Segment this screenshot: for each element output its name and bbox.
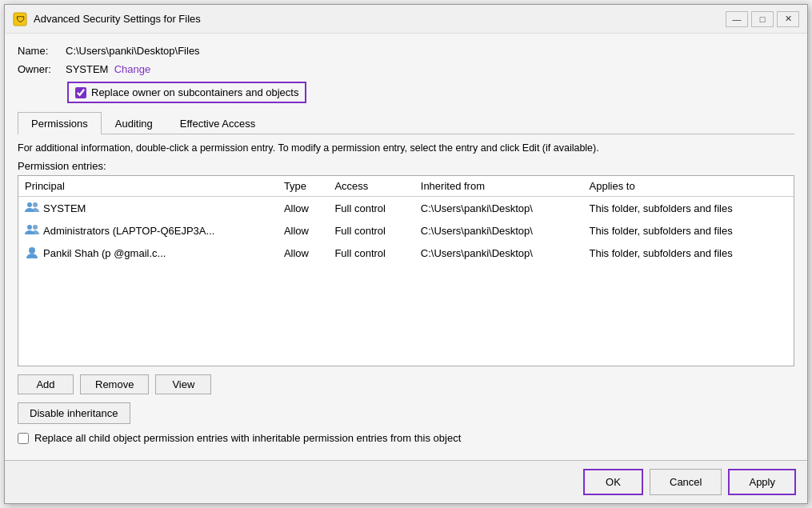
window-controls: — □ ✕ [726,11,799,27]
minimize-button[interactable]: — [726,11,748,27]
tab-effective-access[interactable]: Effective Access [166,112,269,134]
cell-applies-to: This folder, subfolders and files [583,197,794,220]
col-applies: Applies to [583,176,794,197]
svg-point-3 [27,202,32,207]
svg-point-6 [29,247,35,254]
system-icon [25,201,39,215]
replace-child-row: Replace all child object permission entr… [18,432,794,444]
admin-icon [25,223,39,238]
permission-table: Principal Type Access Inherited from App… [18,175,794,366]
action-buttons-row: Add Remove View [18,374,794,394]
col-principal: Principal [18,176,278,197]
apply-button[interactable]: Apply [728,469,796,495]
owner-name: SYSTEM [66,63,108,75]
svg-point-4 [33,225,38,230]
remove-button[interactable]: Remove [80,374,149,394]
cell-principal: SYSTEM [18,197,278,220]
col-type: Type [278,176,329,197]
cell-inherited-from: C:\Users\panki\Desktop\ [414,242,583,264]
cell-type: Allow [278,219,329,242]
replace-child-label: Replace all child object permission entr… [34,432,461,444]
cell-access: Full control [328,242,414,264]
owner-row: Owner: SYSTEM Change [18,63,794,75]
principal-name: SYSTEM [43,202,86,214]
principal-name: Administrators (LAPTOP-Q6EJP3A... [43,225,214,237]
cell-inherited-from: C:\Users\panki\Desktop\ [414,197,583,220]
svg-point-2 [33,202,38,207]
name-row: Name: C:\Users\panki\Desktop\Files [18,45,794,57]
name-label: Name: [18,45,66,57]
svg-point-5 [27,225,32,230]
col-access: Access [328,176,414,197]
view-button[interactable]: View [155,374,211,394]
col-inherited: Inherited from [414,176,583,197]
title-bar: 🛡 Advanced Security Settings for Files —… [5,5,807,34]
change-link[interactable]: Change [114,63,151,75]
window-icon: 🛡 [13,12,27,26]
cell-access: Full control [328,219,414,242]
table-row[interactable]: Pankil Shah (p @gmail.c...AllowFull cont… [18,242,794,264]
cell-type: Allow [278,197,329,220]
table-header-row: Principal Type Access Inherited from App… [18,176,794,197]
cell-principal: Administrators (LAPTOP-Q6EJP3A... [18,219,278,242]
maximize-button[interactable]: □ [751,11,774,27]
cancel-button[interactable]: Cancel [650,469,722,495]
owner-value: SYSTEM Change [66,63,150,75]
perm-entries-label: Permission entries: [18,160,794,172]
cell-principal: Pankil Shah (p @gmail.c... [18,242,278,264]
cell-inherited-from: C:\Users\panki\Desktop\ [414,219,583,242]
window-title: Advanced Security Settings for Files [34,13,726,25]
tab-permissions[interactable]: Permissions [18,112,102,134]
table-row[interactable]: Administrators (LAPTOP-Q6EJP3A...AllowFu… [18,219,794,242]
user-icon [25,246,39,260]
footer: OK Cancel Apply [5,460,807,503]
replace-owner-row: Replace owner on subcontainers and objec… [18,82,794,103]
name-value: C:\Users\panki\Desktop\Files [66,45,200,57]
owner-label: Owner: [18,63,66,75]
info-text: For additional information, double-click… [18,142,794,154]
tab-bar: Permissions Auditing Effective Access [18,111,794,134]
cell-applies-to: This folder, subfolders and files [583,219,794,242]
cell-access: Full control [328,197,414,220]
cell-type: Allow [278,242,329,264]
close-button[interactable]: ✕ [777,11,799,27]
add-button[interactable]: Add [18,374,74,394]
replace-owner-checkbox[interactable] [75,87,86,98]
replace-owner-checkbox-container[interactable]: Replace owner on subcontainers and objec… [67,82,306,103]
dialog-content: Name: C:\Users\panki\Desktop\Files Owner… [5,34,807,460]
svg-text:🛡: 🛡 [16,14,25,24]
main-window: 🛡 Advanced Security Settings for Files —… [4,4,808,504]
tab-auditing[interactable]: Auditing [102,112,166,134]
replace-owner-label: Replace owner on subcontainers and objec… [91,86,298,98]
table-row[interactable]: SYSTEMAllowFull controlC:\Users\panki\De… [18,197,794,220]
replace-child-checkbox[interactable] [18,433,29,444]
disable-inheritance-button[interactable]: Disable inheritance [18,402,130,424]
ok-button[interactable]: OK [583,469,643,495]
principal-name: Pankil Shah (p @gmail.c... [43,247,166,259]
cell-applies-to: This folder, subfolders and files [583,242,794,264]
